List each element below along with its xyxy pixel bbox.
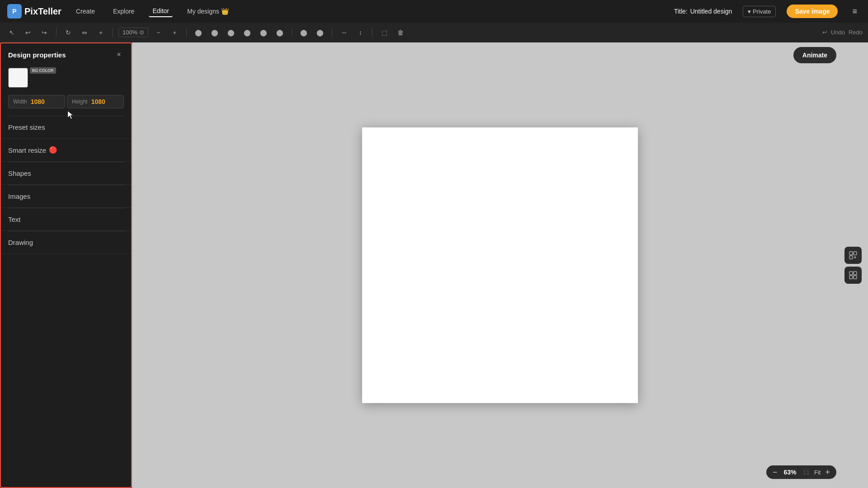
svg-rect-0 (849, 252, 853, 255)
undo-redo-area: ↩ Undo Redo (822, 29, 863, 36)
width-field[interactable]: Width 1080 (8, 95, 65, 108)
height-field[interactable]: Height 1080 (67, 95, 124, 108)
sidebar-item-images[interactable]: Images (1, 185, 131, 208)
smart-resize-icon: 🔴 (49, 146, 57, 154)
toolbar-separator-5 (332, 28, 332, 37)
svg-rect-5 (849, 272, 853, 275)
toolbar-flip-icon[interactable]: ⇔ (78, 26, 91, 39)
title-value[interactable]: Untitled design (690, 8, 732, 15)
width-value[interactable]: 1080 (31, 98, 45, 105)
width-label: Width (13, 99, 27, 105)
toolbar-zoom-minus[interactable]: − (152, 26, 165, 39)
images-label: Images (8, 192, 30, 200)
shapes-label: Shapes (8, 169, 31, 177)
toolbar-add-icon[interactable]: + (94, 26, 107, 39)
preset-sizes-label: Preset sizes (8, 123, 45, 131)
save-image-button[interactable]: Save image (787, 5, 838, 18)
bg-color-swatch: BG COLOR (8, 68, 124, 88)
svg-rect-8 (854, 276, 857, 279)
canvas-surface (362, 127, 638, 403)
sidebar-item-smart-resize[interactable]: Smart resize 🔴 (1, 139, 131, 162)
zoom-center-icon: ⊙ (139, 29, 144, 36)
animate-button[interactable]: Animate (793, 47, 836, 63)
right-zoom-icons (844, 247, 862, 284)
toolbar-rotate-icon[interactable]: ↻ (62, 26, 75, 39)
sidebar-item-drawing[interactable]: Drawing (1, 231, 131, 254)
app-logo[interactable]: P PixTeller (7, 4, 61, 19)
sidebar-item-shapes[interactable]: Shapes (1, 162, 131, 185)
nav-my-designs[interactable]: My designs 👑 (184, 6, 232, 17)
title-label: Title: (674, 8, 688, 15)
svg-rect-1 (854, 252, 857, 255)
close-panel-button[interactable]: × (114, 50, 124, 60)
zoom-percent: 63% (782, 469, 798, 476)
toolbar-flip-v[interactable]: ↕ (354, 26, 367, 39)
nav-explore[interactable]: Explore (109, 6, 138, 17)
private-button[interactable]: ▾ Private (743, 6, 776, 17)
toolbar-resize-icon[interactable]: ⬚ (378, 26, 391, 39)
zoom-minus-button[interactable]: − (773, 468, 778, 476)
height-value[interactable]: 1080 (91, 98, 105, 105)
toolbar-align-left[interactable]: ⬤ (192, 26, 205, 39)
hamburger-menu[interactable]: ≡ (849, 5, 861, 18)
toolbar-align-right[interactable]: ⬤ (225, 26, 237, 39)
logo-text: PixTeller (24, 6, 61, 17)
redo-label[interactable]: Redo (849, 29, 863, 36)
logo-icon: P (7, 4, 22, 19)
zoom-fit-button[interactable]: Fit (814, 469, 821, 476)
undo-label[interactable]: Undo (831, 29, 845, 36)
toolbar-move-icon[interactable]: ↖ (5, 26, 18, 39)
toolbar-separator-2 (113, 28, 113, 37)
toolbar-undo-icon: ↩ (822, 29, 827, 36)
right-zoom-in-icon[interactable] (844, 247, 862, 264)
zoom-percent-value: 100% (123, 29, 137, 36)
toolbar-align-center[interactable]: ⬤ (208, 26, 221, 39)
toolbar-zoom-plus[interactable]: + (168, 26, 181, 39)
nav-editor[interactable]: Editor (149, 5, 173, 17)
toolbar-distribute-v[interactable]: ⬤ (314, 26, 326, 39)
toolbar-align-bottom[interactable]: ⬤ (274, 26, 286, 39)
canvas-area[interactable]: Animate (132, 42, 868, 488)
bg-color-label: BG COLOR (30, 67, 56, 74)
text-label: Text (8, 216, 21, 223)
sidebar-panel-title: Design properties (8, 51, 66, 59)
design-properties-panel: Design properties × BG COLOR Width 1080 … (0, 42, 132, 488)
toolbar-separator-3 (186, 28, 187, 37)
zoom-controls: − 63% 11 Fit + (766, 465, 836, 479)
zoom-plus-button[interactable]: + (825, 468, 830, 476)
sidebar-item-preset-sizes[interactable]: Preset sizes (1, 116, 131, 139)
dimensions-row: Width 1080 Height 1080 (1, 95, 131, 116)
toolbar-undo-icon[interactable]: ↩ (22, 26, 34, 39)
nav-create[interactable]: Create (72, 6, 99, 17)
toolbar-separator-1 (56, 28, 57, 37)
title-area: Title: Untitled design (674, 8, 732, 15)
main-layout: Design properties × BG COLOR Width 1080 … (0, 42, 868, 488)
bg-color-picker[interactable] (8, 68, 28, 88)
toolbar-separator-6 (372, 28, 373, 37)
sidebar-item-text[interactable]: Text (1, 208, 131, 231)
editor-toolbar: ↖ ↩ ↪ ↻ ⇔ + 100% ⊙ − + ⬤ ⬤ ⬤ ⬤ ⬤ ⬤ ⬤ ⬤ ↔… (0, 23, 868, 42)
svg-rect-2 (849, 256, 853, 259)
toolbar-align-middle[interactable]: ⬤ (257, 26, 270, 39)
svg-rect-6 (854, 272, 857, 275)
svg-rect-7 (849, 276, 853, 279)
zoom-display[interactable]: 100% ⊙ (118, 28, 148, 37)
height-label: Height (72, 99, 88, 105)
toolbar-delete-icon[interactable]: 🗑 (394, 26, 407, 39)
toolbar-distribute-h[interactable]: ⬤ (297, 26, 310, 39)
smart-resize-label: Smart resize (8, 146, 46, 154)
toolbar-separator-4 (292, 28, 292, 37)
bg-color-section: BG COLOR (1, 64, 131, 95)
zoom-separator: 11 (802, 469, 810, 476)
toolbar-flip-h[interactable]: ↔ (338, 26, 350, 39)
toolbar-align-top[interactable]: ⬤ (241, 26, 254, 39)
top-navigation: P PixTeller Create Explore Editor My des… (0, 0, 868, 23)
drawing-label: Drawing (8, 239, 33, 246)
right-zoom-out-icon[interactable] (844, 267, 862, 284)
sidebar-header: Design properties × (1, 43, 131, 64)
toolbar-redo-icon[interactable]: ↪ (38, 26, 51, 39)
